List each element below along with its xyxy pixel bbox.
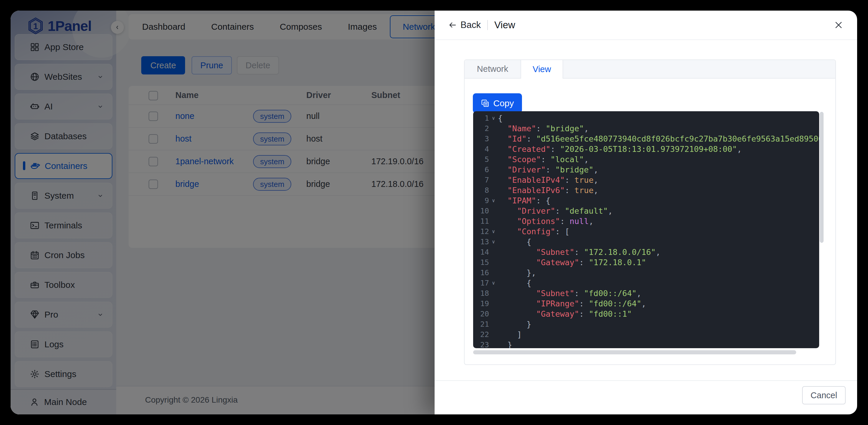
code-line: 19 "IPRange": "fd00::/64",: [473, 298, 819, 309]
line-number: 8: [473, 185, 489, 195]
fold-spacer: [489, 206, 498, 216]
back-arrow-icon: [448, 21, 457, 29]
code-line: 5 "Scope": "local",: [473, 154, 819, 164]
code-vertical-scrollbar[interactable]: [820, 112, 824, 243]
code-line: 23 }: [473, 340, 819, 348]
line-number: 16: [473, 268, 489, 278]
line-number: 5: [473, 154, 489, 164]
code-line: 22 ]: [473, 329, 819, 340]
fold-spacer: [489, 185, 498, 195]
copy-icon: [481, 99, 490, 108]
view-drawer: Back View Network View Copy 1∨{2 ": [435, 10, 857, 415]
fold-arrow-icon[interactable]: ∨: [489, 195, 498, 206]
fold-spacer: [489, 216, 498, 226]
line-number: 23: [473, 340, 489, 348]
fold-arrow-icon[interactable]: ∨: [489, 237, 498, 247]
code-line: 8 "EnableIPv6": true,: [473, 185, 819, 195]
tab-network[interactable]: Network: [465, 60, 521, 78]
code-line: 21 }: [473, 319, 819, 329]
code-line: 20 "Gateway": "fd00::1": [473, 309, 819, 319]
fold-spacer: [489, 340, 498, 348]
drawer-footer-divider: [435, 380, 857, 381]
line-number: 18: [473, 288, 489, 298]
view-panel: Network View Copy 1∨{2 "Name": "bridge",…: [464, 59, 836, 365]
code-line: 2 "Name": "bridge",: [473, 123, 819, 133]
line-number: 12: [473, 226, 489, 237]
fold-spacer: [489, 175, 498, 185]
fold-spacer: [489, 164, 498, 175]
fold-spacer: [489, 288, 498, 298]
drawer-header: Back View: [435, 10, 857, 40]
fold-arrow-icon[interactable]: ∨: [489, 113, 498, 123]
fold-spacer: [489, 309, 498, 319]
cancel-button[interactable]: Cancel: [802, 386, 846, 404]
fold-spacer: [489, 154, 498, 164]
line-number: 4: [473, 144, 489, 154]
code-line: 10 "Driver": "default",: [473, 206, 819, 216]
line-number: 2: [473, 123, 489, 133]
fold-spacer: [489, 144, 498, 154]
line-number: 20: [473, 309, 489, 319]
code-line: 17∨ {: [473, 278, 819, 288]
fold-spacer: [489, 133, 498, 144]
app-window: 1 1Panel App StoreWebSitesAIDatabasesCon…: [10, 10, 857, 415]
line-number: 1: [473, 113, 489, 123]
line-number: 3: [473, 133, 489, 144]
fold-spacer: [489, 298, 498, 309]
code-horizontal-scrollbar[interactable]: [473, 350, 796, 354]
line-number: 21: [473, 319, 489, 329]
line-number: 22: [473, 329, 489, 340]
line-number: 13: [473, 237, 489, 247]
line-number: 17: [473, 278, 489, 288]
line-number: 14: [473, 247, 489, 257]
line-number: 19: [473, 298, 489, 309]
fold-spacer: [489, 319, 498, 329]
fold-arrow-icon[interactable]: ∨: [489, 226, 498, 237]
code-line: 3 "Id": "d516eee5fce480773940cd8f026bcfc…: [473, 133, 819, 144]
close-icon: [834, 20, 844, 30]
code-line: 14 "Subnet": "172.18.0.0/16",: [473, 247, 819, 257]
code-line: 12∨ "Config": [: [473, 226, 819, 237]
drawer-title: View: [494, 20, 515, 31]
line-number: 6: [473, 164, 489, 175]
code-line: 1∨{: [473, 113, 819, 123]
panel-tabs: Network View: [465, 60, 835, 79]
close-button[interactable]: [834, 20, 844, 30]
back-button[interactable]: Back: [448, 20, 481, 30]
tab-view[interactable]: View: [521, 60, 563, 79]
code-line: 4 "Created": "2026-03-05T18:13:01.973972…: [473, 144, 819, 154]
line-number: 11: [473, 216, 489, 226]
json-code-viewer: 1∨{2 "Name": "bridge",3 "Id": "d516eee5f…: [473, 111, 819, 348]
header-divider: [487, 20, 488, 30]
line-number: 9: [473, 195, 489, 206]
code-line: 13∨ {: [473, 237, 819, 247]
copy-label: Copy: [493, 98, 514, 108]
line-number: 10: [473, 206, 489, 216]
code-line: 7 "EnableIPv4": true,: [473, 175, 819, 185]
code-line: 11 "Options": null,: [473, 216, 819, 226]
fold-arrow-icon[interactable]: ∨: [489, 278, 498, 288]
code-line: 6 "Driver": "bridge",: [473, 164, 819, 175]
code-line: 9∨ "IPAM": {: [473, 195, 819, 206]
fold-spacer: [489, 268, 498, 278]
line-number: 15: [473, 257, 489, 268]
code-line: 16 },: [473, 268, 819, 278]
copy-button[interactable]: Copy: [473, 93, 522, 113]
line-number: 7: [473, 175, 489, 185]
fold-spacer: [489, 247, 498, 257]
fold-spacer: [489, 257, 498, 268]
back-label: Back: [461, 20, 481, 30]
fold-spacer: [489, 329, 498, 340]
code-line: 18 "Subnet": "fd00::/64",: [473, 288, 819, 298]
code-line: 15 "Gateway": "172.18.0.1": [473, 257, 819, 268]
fold-spacer: [489, 123, 498, 133]
